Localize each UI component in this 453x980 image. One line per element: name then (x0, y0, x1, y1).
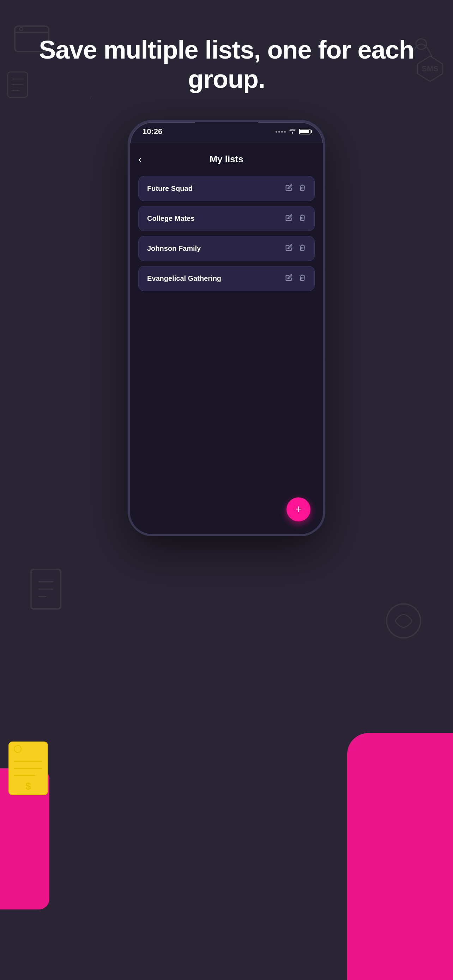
signal-dot-2 (278, 131, 280, 133)
signal-dot-4 (284, 131, 286, 133)
phone-frame: 10:26 (128, 120, 325, 536)
list-item-3[interactable]: Johnson Family (138, 236, 315, 261)
headline-section: Save multiple lists, one for each group. (0, 35, 453, 94)
list-item-4[interactable]: Evangelical Gathering (138, 266, 315, 291)
add-icon: + (295, 503, 302, 515)
battery-icon (299, 129, 310, 134)
screen-title: My lists (210, 154, 243, 165)
headline-text: Save multiple lists, one for each group. (28, 35, 425, 94)
status-time: 10:26 (143, 127, 162, 136)
list-item-actions-2 (285, 214, 306, 223)
list-item-1[interactable]: Future Squad (138, 176, 315, 201)
list-item-name-2: College Mates (147, 215, 194, 223)
list-item-2[interactable]: College Mates (138, 206, 315, 231)
add-list-button[interactable]: + (286, 497, 310, 522)
svg-text:$: $ (25, 781, 31, 792)
back-button[interactable]: ‹ (138, 154, 141, 164)
app-header: ‹ My lists (138, 150, 315, 165)
delete-icon-4[interactable] (299, 274, 306, 283)
lists-container: Future Squad (138, 176, 315, 291)
signal-dot-3 (281, 131, 283, 133)
phone-mockup: 10:26 (128, 120, 325, 536)
deco-icon-6 (382, 600, 425, 642)
pink-accent-right (347, 733, 453, 980)
edit-icon-3[interactable] (285, 244, 292, 253)
list-item-actions-1 (285, 184, 306, 193)
signal-dots (275, 131, 286, 133)
edit-icon-1[interactable] (285, 184, 292, 193)
phone-notch (195, 122, 258, 135)
status-icons (275, 128, 310, 135)
delete-icon-1[interactable] (299, 184, 306, 193)
list-item-name-4: Evangelical Gathering (147, 274, 221, 283)
list-item-actions-4 (285, 274, 306, 283)
deco-icon-5 (21, 565, 71, 614)
yellow-tag-decoration: $ (7, 740, 49, 797)
list-item-name-3: Johnson Family (147, 245, 201, 253)
delete-icon-2[interactable] (299, 214, 306, 223)
battery-fill (300, 130, 309, 134)
signal-dot-1 (275, 131, 277, 133)
edit-icon-2[interactable] (285, 214, 292, 223)
list-item-actions-3 (285, 244, 306, 253)
phone-screen: ‹ My lists Future Squad (130, 143, 323, 534)
svg-point-2 (19, 27, 23, 31)
edit-icon-4[interactable] (285, 274, 292, 283)
delete-icon-3[interactable] (299, 244, 306, 253)
list-item-name-1: Future Squad (147, 185, 192, 192)
svg-rect-9 (31, 570, 61, 609)
svg-point-13 (387, 604, 421, 638)
wifi-icon (289, 128, 296, 135)
